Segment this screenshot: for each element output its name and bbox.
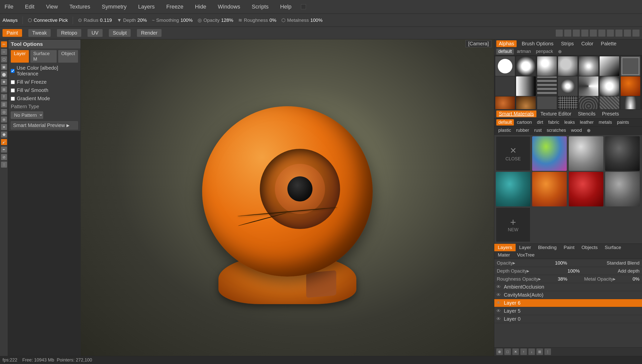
alpha-cell-11[interactable]	[558, 76, 578, 96]
layer-eye-icon-4[interactable]: 👁	[496, 308, 502, 314]
alpha-cell-16[interactable]	[516, 96, 536, 109]
bottom-icon-5[interactable]: ↓	[528, 348, 535, 355]
alpha-cell-6[interactable]	[600, 56, 619, 76]
viewport-icon-9[interactable]	[624, 30, 631, 37]
sm-material-orange[interactable]	[532, 172, 567, 206]
tool-8[interactable]: T	[1, 94, 7, 100]
alpha-cell-14[interactable]	[621, 76, 640, 96]
sm-new-button[interactable]: + NEW	[496, 207, 530, 242]
tool-6[interactable]: ✱	[1, 79, 7, 85]
sm-filter-extra-icon[interactable]: ⊕	[585, 127, 593, 134]
sm-filter-paints[interactable]: paints	[615, 119, 631, 126]
tool-15[interactable]: ✒	[1, 147, 7, 153]
viewport-icon-8[interactable]	[615, 30, 622, 37]
tab-paint[interactable]: Paint	[3, 29, 22, 37]
alpha-cell-21[interactable]	[621, 96, 640, 109]
tab-tweak[interactable]: Tweak	[28, 29, 51, 37]
smoothing-control[interactable]: ~ Smoothing 100%	[152, 18, 193, 23]
alpha-cell-3[interactable]	[537, 56, 557, 76]
layer-item-ao[interactable]: 👁 AmbientOcclusion	[494, 283, 642, 291]
alpha-cell-1[interactable]	[495, 56, 515, 76]
sm-material-iridescent[interactable]	[532, 136, 567, 171]
pattern-select[interactable]: No Pattern	[11, 111, 43, 119]
tab-uv[interactable]: UV	[88, 29, 103, 37]
sm-material-teal-metal[interactable]	[496, 172, 530, 206]
alpha-filter-default[interactable]: default	[496, 49, 514, 55]
sm-filter-rubber[interactable]: rubber	[514, 127, 531, 134]
menu-freeze[interactable]: Freeze	[164, 3, 185, 11]
alpha-filter-extra[interactable]: ⊕	[556, 49, 564, 55]
menu-edit[interactable]: Edit	[23, 3, 36, 11]
bottom-icon-7[interactable]: ⋮	[544, 348, 551, 355]
sm-material-gray[interactable]	[605, 172, 640, 206]
alpha-tab-strips[interactable]: Strips	[558, 40, 576, 47]
sm-tab-stencils[interactable]: Stencils	[575, 110, 598, 117]
menu-symmetry[interactable]: Symmetry	[100, 3, 129, 11]
viewport-icon-6[interactable]	[598, 30, 605, 37]
alpha-cell-7[interactable]	[621, 56, 640, 76]
menu-textures[interactable]: Textures	[67, 3, 92, 11]
bottom-icon-2[interactable]: □	[504, 348, 511, 355]
layer-eye-icon-5[interactable]: 👁	[496, 316, 502, 322]
bottom-icon-1[interactable]: ⊕	[496, 348, 503, 355]
sm-material-dark-chrome[interactable]	[605, 136, 640, 171]
layers-tab-mater[interactable]: Mater	[494, 251, 514, 259]
sm-filter-leather[interactable]: leather	[578, 119, 596, 126]
viewport-icon-2[interactable]	[564, 30, 571, 37]
roughness-control[interactable]: ≋ Roughness 0%	[238, 17, 276, 23]
tool-tab-layer[interactable]: Layer	[11, 50, 29, 63]
alpha-cell-2[interactable]	[516, 56, 536, 76]
sm-close-button[interactable]: ✕ CLOSE	[496, 136, 530, 171]
viewport-icon-4[interactable]	[581, 30, 588, 37]
menu-hide[interactable]: Hide	[193, 3, 208, 11]
radius-control[interactable]: ⊙ Radius 0.119	[78, 17, 112, 23]
tab-render[interactable]: Render	[137, 29, 162, 37]
sm-filter-rust[interactable]: rust	[532, 127, 544, 134]
viewport-icon-5[interactable]	[590, 30, 597, 37]
sm-filter-scratches[interactable]: scratches	[545, 127, 568, 134]
layer-eye-icon-2[interactable]: 👁	[496, 292, 502, 298]
tool-3[interactable]: ⬡	[1, 56, 7, 62]
alpha-cell-15[interactable]	[495, 96, 515, 109]
option-fill-smooth[interactable]: Fill w/ Smooth	[8, 86, 81, 94]
tool-2[interactable]: ↔	[1, 49, 7, 55]
tool-11[interactable]: ⊕	[1, 116, 7, 123]
sm-tab-presets[interactable]: Presets	[599, 110, 621, 117]
alpha-tab-alphas[interactable]: Alphas	[496, 40, 517, 47]
layers-tab-blending[interactable]: Blending	[535, 244, 560, 251]
tool-5[interactable]: ⬤	[1, 71, 7, 77]
layers-tab-surface[interactable]: Surface	[601, 244, 624, 251]
layers-tab-layer[interactable]: Layer	[516, 244, 535, 251]
alpha-cell-13[interactable]	[600, 76, 619, 96]
tool-9[interactable]: ☰	[1, 101, 7, 107]
sm-filter-fabric[interactable]: fabric	[546, 119, 561, 126]
alpha-cell-4[interactable]	[558, 56, 578, 76]
option-gradient[interactable]: Gradient Mode	[8, 94, 81, 103]
tool-16[interactable]: ⊘	[1, 154, 7, 160]
brush-mode-btn[interactable]: Always	[3, 18, 18, 23]
tool-tab-object[interactable]: Object	[58, 50, 78, 63]
menu-file[interactable]: File	[3, 3, 15, 11]
tab-retopo[interactable]: Retopo	[57, 29, 81, 37]
sm-filter-wood[interactable]: wood	[569, 127, 584, 134]
tool-brush-active[interactable]: 🖌	[1, 139, 7, 145]
alpha-tab-brush-options[interactable]: Brush Options	[519, 40, 556, 47]
sm-filter-plastic[interactable]: plastic	[496, 127, 513, 134]
layer-item-cavity[interactable]: 👁 CavityMask(Auto)	[494, 291, 642, 299]
viewport-canvas[interactable]	[81, 39, 494, 356]
tool-17[interactable]: ⋮	[1, 162, 7, 168]
alpha-cell-9[interactable]	[516, 76, 536, 96]
bottom-icon-3[interactable]: ✕	[512, 348, 519, 355]
layer-item-0[interactable]: 👁 Layer 0	[494, 315, 642, 323]
tool-7[interactable]: ⊞	[1, 86, 7, 92]
opacity-control[interactable]: ◎ Opacity 128%	[198, 17, 233, 23]
alpha-cell-10[interactable]	[537, 76, 557, 96]
layer-eye-icon-1[interactable]: 👁	[496, 284, 502, 290]
connective-pick[interactable]: ⬡ Connective Pick	[28, 17, 68, 23]
option-fill-freeze[interactable]: Fill w/ Freeze	[8, 78, 81, 86]
tab-sculpt[interactable]: Sculpt	[109, 29, 131, 37]
option-use-color[interactable]: Use Color [albedo] Tolerance	[8, 64, 81, 78]
depth-control[interactable]: ▼ Depth 20%	[117, 18, 147, 23]
sm-filter-cartoon[interactable]: cartoon	[515, 119, 534, 126]
menu-layers[interactable]: Layers	[136, 3, 157, 11]
